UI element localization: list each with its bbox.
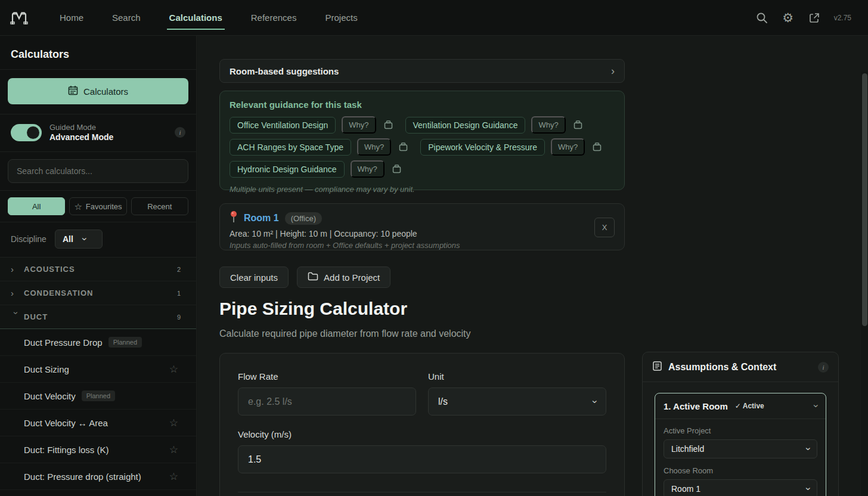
sidebar-scrollbar-thumb[interactable] — [190, 259, 194, 326]
list-item-duct-velocity-area[interactable]: Duct Velocity ↔ Area ☆ — [0, 410, 196, 436]
search-icon[interactable] — [755, 11, 768, 24]
nav-item-home[interactable]: Home — [60, 0, 83, 36]
category-duct[interactable]: › DUCT 9 — [0, 305, 196, 329]
choose-room-value: Room 1 — [671, 484, 700, 494]
category-condensation[interactable]: › CONDENSATION 1 — [0, 281, 196, 305]
velocity-label: Velocity (m/s) — [238, 429, 606, 439]
guidance-chip-office-ventilation[interactable]: Office Ventilation Design — [230, 117, 336, 134]
item-label: Duct: Pressure drop (straight) — [24, 472, 141, 482]
page-scrollbar[interactable] — [861, 72, 868, 496]
calculator-form-card: Flow Rate Unit l/s › Velocity (m/s) — [219, 353, 625, 496]
why-button[interactable]: Why? — [342, 116, 376, 134]
nav-item-calculations[interactable]: Calculations — [169, 0, 222, 36]
gear-icon[interactable]: ⚙ — [782, 11, 795, 24]
tab-favourites[interactable]: ☆ Favourites — [69, 197, 126, 215]
favourite-star-icon[interactable]: ☆ — [169, 470, 178, 483]
active-project-value: Litchfield — [671, 444, 704, 454]
top-nav: Home Search Calculations References Proj… — [0, 0, 868, 36]
item-label: Duct Pressure Drop — [24, 337, 103, 348]
sidebar-title: Calculators — [11, 48, 185, 61]
calculators-button[interactable]: Calculators — [8, 78, 188, 104]
unit-value: l/s — [438, 396, 448, 407]
category-count-badge: 1 — [172, 287, 185, 300]
add-to-project-button[interactable]: Add to Project — [297, 266, 390, 288]
list-item-duct-velocity[interactable]: Duct Velocity Planned — [0, 383, 196, 410]
why-button[interactable]: Why? — [551, 138, 585, 156]
search-calculators-input[interactable] — [8, 159, 188, 183]
why-button[interactable]: Why? — [531, 116, 565, 134]
tab-all[interactable]: All — [8, 197, 65, 215]
mode-info-icon[interactable]: i — [175, 127, 185, 138]
chevron-down-icon: › — [11, 312, 21, 323]
favourite-star-icon[interactable]: ☆ — [169, 417, 178, 429]
guidance-note: Multiple units present — compliance may … — [230, 185, 615, 194]
room-details: Area: 10 m² | Height: 10 m | Occupancy: … — [230, 229, 615, 238]
tab-recent[interactable]: Recent — [131, 197, 188, 215]
discipline-select[interactable]: All › — [55, 230, 103, 249]
mode-toggle[interactable] — [11, 124, 42, 141]
why-button[interactable]: Why? — [357, 138, 391, 156]
chevron-down-icon: › — [802, 487, 813, 490]
flow-rate-label: Flow Rate — [238, 371, 416, 382]
why-button[interactable]: Why? — [351, 160, 385, 178]
active-status-badge: ✓ Active — [735, 402, 764, 410]
external-link-icon[interactable] — [808, 11, 821, 24]
list-item-duct-total-pressure-drop[interactable]: Duct: Total pressure drop ☆ — [0, 490, 196, 496]
star-icon: ☆ — [74, 202, 82, 211]
chevron-right-icon: › — [611, 65, 615, 78]
calculators-button-label: Calculators — [83, 86, 128, 97]
assumptions-info-icon[interactable]: i — [818, 362, 829, 373]
tab-all-label: All — [32, 202, 41, 211]
flow-rate-input[interactable] — [238, 388, 416, 416]
advanced-mode-label: Advanced Mode — [49, 132, 113, 142]
category-acoustics[interactable]: › ACOUSTICS 2 — [0, 258, 196, 281]
room-suggestions-title: Room-based suggestions — [230, 66, 339, 76]
active-room-section-title: 1. Active Room — [664, 401, 728, 411]
list-item-duct-pressure-drop-straight[interactable]: Duct: Pressure drop (straight) ☆ — [0, 463, 196, 490]
active-project-label: Active Project — [664, 426, 817, 435]
clear-inputs-button[interactable]: Clear inputs — [219, 266, 289, 288]
choose-room-select[interactable]: Room 1 › — [664, 479, 817, 496]
guidance-chip-ventilation-design[interactable]: Ventilation Design Guidance — [405, 117, 526, 134]
room-close-button[interactable]: X — [594, 218, 615, 237]
chevron-down-icon: › — [79, 237, 89, 240]
guidance-book-icon[interactable] — [382, 119, 395, 131]
guidance-book-icon[interactable] — [397, 141, 410, 153]
sidebar-scrollbar[interactable] — [190, 258, 194, 496]
app-logo-pipe-m[interactable] — [7, 6, 31, 30]
list-item-duct-pressure-drop[interactable]: Duct Pressure Drop Planned — [0, 329, 196, 356]
chevron-right-icon: › — [11, 264, 21, 274]
guidance-chip-pipework-velocity[interactable]: Pipework Velocity & Pressure — [420, 139, 545, 156]
discipline-value: All — [63, 234, 73, 244]
active-room-section-header[interactable]: 1. Active Room ✓ Active › — [655, 393, 826, 419]
room-suggestions-bar[interactable]: Room-based suggestions › — [219, 59, 625, 83]
unit-select[interactable]: l/s › — [428, 388, 606, 416]
guidance-chip-hydronic-design[interactable]: Hydronic Design Guidance — [230, 161, 345, 178]
favourite-star-icon[interactable]: ☆ — [169, 444, 178, 456]
mode-toggle-knob — [27, 126, 39, 139]
page-scrollbar-thumb[interactable] — [862, 73, 867, 326]
list-item-duct-sizing[interactable]: Duct Sizing ☆ — [0, 356, 196, 383]
chevron-down-icon: › — [589, 400, 600, 403]
nav-item-projects[interactable]: Projects — [325, 0, 357, 36]
guidance-book-icon[interactable] — [390, 163, 403, 175]
planned-badge: Planned — [82, 390, 115, 401]
active-project-select[interactable]: Litchfield › — [664, 439, 817, 458]
nav-item-search[interactable]: Search — [112, 0, 141, 36]
guided-mode-label: Guided Mode — [49, 123, 113, 132]
guidance-chip-ach-ranges[interactable]: ACH Ranges by Space Type — [230, 139, 351, 156]
category-name: DUCT — [24, 312, 48, 321]
pin-icon — [230, 210, 238, 226]
list-item-duct-fittings-loss[interactable]: Duct: Fittings loss (K) ☆ — [0, 436, 196, 463]
chevron-right-icon: › — [11, 288, 21, 298]
calculator-icon — [68, 85, 78, 97]
item-label: Duct Sizing — [24, 364, 69, 374]
category-name: ACOUSTICS — [24, 265, 75, 274]
guidance-title: Relevant guidance for this task — [230, 100, 615, 110]
guidance-book-icon[interactable] — [572, 119, 584, 131]
velocity-input[interactable] — [238, 445, 606, 473]
room-name-link[interactable]: Room 1 — [244, 213, 279, 224]
nav-item-references[interactable]: References — [251, 0, 297, 36]
guidance-book-icon[interactable] — [591, 141, 603, 153]
favourite-star-icon[interactable]: ☆ — [169, 363, 178, 376]
